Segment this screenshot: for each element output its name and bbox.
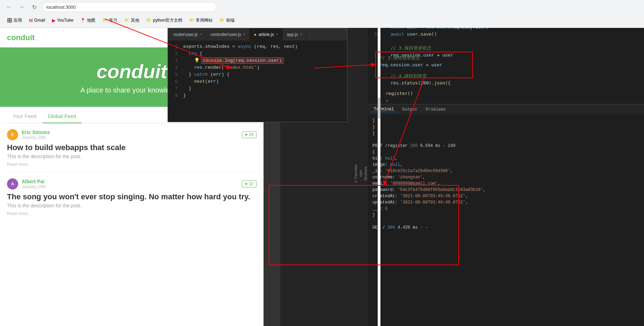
read-more-1[interactable]: Read more... (7, 162, 257, 167)
close-icon-2[interactable]: × (243, 32, 245, 36)
back-button[interactable]: ← (4, 2, 14, 12)
author-info-1: Eric Simons January 20th (22, 129, 50, 140)
problems-tab[interactable]: Problems (423, 107, 449, 112)
vscode-overlay-body: 12345678 exports.showIndex = async (req,… (168, 40, 347, 122)
code-line-5: } catch (err) { (183, 71, 344, 78)
t-line-1: } (372, 118, 640, 124)
t-line-id: _id: '610cb15c1a7a2940ec58d306', (372, 168, 640, 174)
bookmark-study[interactable]: 📁 学习 (99, 17, 120, 24)
heart-icon-1: ♥ (245, 132, 247, 137)
overlay-tab-app[interactable]: app.js × (283, 28, 307, 40)
like-button-2[interactable]: ♥ 32 (242, 180, 257, 187)
author-date-2: January 20th (22, 184, 46, 189)
youtube-icon: ▶ (52, 18, 55, 23)
article-meta: E Eric Simons January 20th ♥ 29 (7, 129, 257, 140)
refresh-button[interactable]: ↻ (29, 2, 39, 12)
close-icon-1[interactable]: × (200, 32, 202, 36)
structure-label: Structure (364, 166, 368, 181)
t-line-post: POST /register 200 6.594 ms - 249 (372, 143, 640, 149)
code-line-8: } (183, 92, 344, 99)
folder-icon-4: 📁 (189, 18, 194, 23)
articles-list: E Eric Simons January 20th ♥ 29 How to b… (0, 123, 264, 326)
structure-panel: Structure (363, 21, 368, 326)
forward-button[interactable]: → (17, 2, 27, 12)
t-line-updatedat: updatedAt: '2021-08-06T03:49:48.075Z', (372, 199, 640, 206)
author-name-2: Albert Pai (22, 179, 46, 184)
url-text: localhost:3000 (46, 5, 76, 10)
t-line-bio: bio: null, (372, 155, 640, 162)
article-title-2: The song you won't ever stop singing. No… (7, 192, 257, 201)
bookmark-apps-label: 应用 (14, 17, 22, 23)
author-info-2: Albert Pai January 20th (22, 179, 46, 189)
t-line-password: password: '54c3fa475d8bf865ddaddc1b83a03… (372, 187, 640, 193)
gmail-icon: M (29, 18, 33, 23)
bookmark-frontend[interactable]: 📁 前端 (217, 17, 237, 24)
heart-icon-2: ♥ (245, 181, 247, 186)
code-line-top-8: // 4.跳转到首页 (385, 73, 641, 80)
terminal-tabs: Terminal Output Problems (368, 104, 644, 115)
browser-toolbar: ← → ↻ localhost:3000 (0, 0, 644, 14)
tab-global-feed[interactable]: Global Feed (42, 110, 82, 123)
bookmark-gmail[interactable]: M Gmail (26, 17, 48, 24)
editor-code: const user = new User(req.body.user) awa… (382, 21, 644, 89)
scroll-thumb (378, 98, 380, 119)
code-line-top-9: res.status(200).json({ (385, 80, 641, 87)
folder-icon-5: 📁 (220, 18, 225, 23)
bookmark-frontend-label: 前端 (226, 17, 235, 23)
bookmark-study-label: 学习 (109, 17, 117, 23)
code-line-2: try { (183, 50, 344, 57)
bookmark-python[interactable]: 📁 python官方文档 (143, 17, 185, 24)
t-line-2: } (372, 124, 640, 130)
folder-icon-3: 📁 (146, 18, 151, 23)
code-line-top-2: await user.save() (385, 31, 641, 38)
terminal-tab[interactable]: Terminal (371, 107, 397, 112)
address-bar[interactable]: localhost:3000 (42, 2, 216, 12)
like-button-1[interactable]: ♥ 29 (242, 131, 257, 138)
bookmark-maps[interactable]: 📍 地图 (77, 17, 98, 24)
overlay-tab-controller[interactable]: controller\user.js × (206, 28, 250, 40)
overlay-tab-router-label: router\user.js (173, 32, 198, 37)
article-tab-icon: ● (254, 32, 256, 37)
t-line-get: GET / 304 4.420 ms - - (372, 224, 640, 231)
favorites-panel: 2: Favorites (354, 21, 358, 326)
bookmark-sites[interactable]: 📁 常用网站 (186, 17, 215, 24)
terminal-panel: Terminal Output Problems } } } POST /reg… (368, 104, 644, 244)
article-item-2: A Albert Pai January 20th ♥ 32 The song … (7, 172, 257, 222)
code-line-3: 💡console.log(req.session.user) (183, 57, 344, 64)
bookmark-python-label: python官方文档 (153, 17, 182, 23)
scroll-indicator (378, 28, 380, 326)
code-line-top-5: req.session.user = user (385, 52, 641, 59)
article-desc-1: This is the description for the post. (7, 154, 257, 159)
t-line-createdat: createdAt: '2021-08-06T03:49:48.075Z', (372, 193, 640, 199)
folder-icon-2: 📁 (124, 18, 129, 23)
overlay-tab-article[interactable]: ● article.js × (250, 28, 282, 40)
output-tab[interactable]: Output (400, 107, 420, 112)
bookmark-apps[interactable]: ⊞ 应用 (4, 16, 25, 25)
bookmark-sites-label: 常用网站 (196, 17, 213, 23)
close-icon-4[interactable]: × (300, 32, 302, 36)
bookmark-youtube-label: YouTube (57, 18, 73, 23)
t-line-email: email: '9999999@gamil.com', (372, 180, 640, 187)
t-line-open-brace: { (372, 149, 640, 155)
bookmark-other[interactable]: 📁 其他 (121, 17, 142, 24)
tab-your-feed[interactable]: Your Feed (7, 110, 42, 123)
code-line-4: res.render('index.html') (183, 64, 344, 71)
overlay-tab-router[interactable]: router\user.js × (169, 28, 206, 40)
close-icon-3[interactable]: × (276, 32, 278, 36)
overlay-tab-article-label: article.js (259, 32, 274, 37)
folder-icon-1: 📁 (102, 18, 108, 23)
register-call: register() (368, 89, 644, 97)
article-desc-2: This is the description for the post. (7, 203, 257, 208)
code-line-top-7 (385, 66, 641, 73)
vscode-overlay-tabs: router\user.js × controller\user.js × ● … (168, 28, 347, 40)
code-line-top-4: // 3.保持登录状态 (385, 45, 641, 52)
npm-panel: npm (358, 21, 363, 326)
t-line-username: username: 'zhangsan', (372, 174, 640, 180)
overlay-tab-app-label: app.js (287, 32, 298, 37)
favorites-label: 2: Favorites (354, 164, 358, 183)
bookmark-youtube[interactable]: ▶ YouTube (49, 17, 76, 24)
bookmark-maps-label: 地图 (87, 17, 95, 23)
author-date-1: January 20th (22, 135, 50, 140)
author-name-1: Eric Simons (22, 129, 50, 135)
read-more-2[interactable]: Read more... (7, 211, 257, 216)
